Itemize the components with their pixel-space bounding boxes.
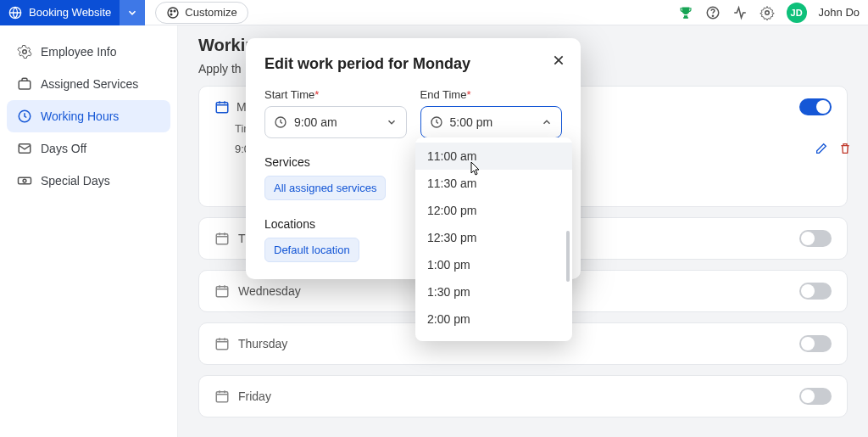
sidebar-item-special-days[interactable]: Special Days bbox=[7, 165, 170, 197]
time-option[interactable]: 12:30 pm bbox=[415, 224, 572, 251]
services-chip[interactable]: All assigned services bbox=[264, 176, 386, 200]
cash-icon bbox=[17, 173, 32, 188]
briefcase-icon bbox=[17, 76, 32, 92]
envelope-icon bbox=[17, 141, 32, 156]
time-option[interactable]: 1:00 pm bbox=[415, 251, 572, 278]
time-option[interactable]: 11:00 am bbox=[415, 143, 572, 170]
topbar: Booking Website Customize JD John Do bbox=[0, 0, 868, 25]
day-row-friday: Friday bbox=[198, 375, 848, 417]
customize-label: Customize bbox=[185, 6, 236, 19]
day-label: T bbox=[238, 232, 246, 245]
time-option[interactable]: 12:00 pm bbox=[415, 197, 572, 224]
delete-icon[interactable] bbox=[838, 142, 852, 155]
brand-button[interactable]: Booking Website bbox=[0, 0, 120, 25]
svg-rect-15 bbox=[216, 234, 228, 244]
calendar-icon bbox=[214, 283, 230, 299]
sidebar-item-label: Days Off bbox=[41, 142, 86, 155]
day-label: Friday bbox=[238, 389, 271, 403]
sidebar-item-days-off[interactable]: Days Off bbox=[7, 132, 170, 165]
sidebar-item-label: Special Days bbox=[41, 174, 110, 188]
start-time-select[interactable]: 9:00 am bbox=[264, 106, 407, 138]
time-option[interactable]: 11:30 am bbox=[415, 170, 572, 197]
gear-icon bbox=[17, 44, 32, 59]
trophy-icon[interactable] bbox=[678, 5, 693, 20]
day-label: M bbox=[236, 100, 247, 114]
edit-icon[interactable] bbox=[815, 142, 828, 155]
sidebar: Employee Info Assigned Services Working … bbox=[0, 25, 178, 437]
customize-button[interactable]: Customize bbox=[155, 2, 248, 24]
help-icon[interactable] bbox=[705, 5, 721, 20]
day-toggle[interactable] bbox=[799, 388, 832, 405]
chevron-down-icon bbox=[386, 116, 398, 128]
svg-rect-18 bbox=[216, 392, 228, 402]
palette-icon bbox=[166, 6, 180, 20]
calendar-icon bbox=[214, 231, 230, 246]
svg-point-2 bbox=[170, 10, 172, 12]
day-toggle[interactable] bbox=[799, 283, 832, 300]
end-time-select[interactable]: 5:00 pm bbox=[420, 106, 563, 138]
brand-label: Booking Website bbox=[29, 6, 111, 19]
sidebar-item-label: Assigned Services bbox=[41, 77, 138, 91]
globe-icon bbox=[8, 6, 22, 20]
time-option[interactable]: 2:00 pm bbox=[415, 305, 572, 333]
sidebar-item-assigned-services[interactable]: Assigned Services bbox=[7, 68, 170, 100]
svg-rect-9 bbox=[19, 81, 31, 89]
day-label: Wednesday bbox=[238, 284, 301, 298]
locations-chip[interactable]: Default location bbox=[264, 238, 359, 262]
calendar-icon bbox=[214, 389, 230, 404]
scrollbar[interactable] bbox=[566, 231, 570, 282]
topbar-actions: JD John Do bbox=[678, 3, 868, 23]
end-time-label: End Time* bbox=[420, 88, 563, 101]
clock-icon bbox=[274, 115, 287, 129]
modal-title: Edit work period for Monday bbox=[264, 55, 562, 73]
day-toggle[interactable] bbox=[799, 230, 832, 247]
svg-rect-17 bbox=[216, 339, 228, 350]
user-name[interactable]: John Do bbox=[819, 6, 860, 19]
end-time-dropdown: 11:00 am 11:30 am 12:00 pm 12:30 pm 1:00… bbox=[415, 137, 572, 341]
settings-icon[interactable] bbox=[760, 5, 775, 20]
start-time-label: Start Time* bbox=[264, 88, 407, 101]
chevron-up-icon bbox=[541, 116, 553, 128]
day-toggle[interactable] bbox=[799, 335, 832, 352]
svg-rect-14 bbox=[216, 103, 228, 113]
svg-point-6 bbox=[712, 15, 713, 16]
close-icon bbox=[552, 53, 565, 67]
sidebar-item-working-hours[interactable]: Working Hours bbox=[7, 100, 170, 132]
day-toggle[interactable] bbox=[799, 98, 832, 115]
clock-icon bbox=[430, 115, 443, 129]
time-option[interactable]: 2:30 pm bbox=[415, 333, 572, 341]
clock-icon bbox=[17, 109, 32, 124]
brand-dropdown-button[interactable] bbox=[120, 0, 145, 25]
calendar-icon bbox=[214, 336, 230, 351]
sidebar-item-label: Employee Info bbox=[41, 45, 117, 59]
end-time-value: 5:00 pm bbox=[450, 115, 493, 129]
svg-point-4 bbox=[170, 14, 172, 15]
avatar[interactable]: JD bbox=[787, 3, 807, 23]
sidebar-item-label: Working Hours bbox=[41, 109, 119, 123]
svg-point-1 bbox=[168, 8, 178, 18]
sidebar-item-employee-info[interactable]: Employee Info bbox=[7, 36, 170, 68]
svg-point-7 bbox=[765, 10, 769, 14]
chevron-down-icon bbox=[126, 7, 138, 19]
time-option[interactable]: 1:30 pm bbox=[415, 278, 572, 305]
svg-rect-16 bbox=[216, 287, 228, 297]
start-time-value: 9:00 am bbox=[294, 115, 337, 129]
svg-point-3 bbox=[174, 10, 175, 12]
activity-icon[interactable] bbox=[732, 5, 748, 20]
svg-point-13 bbox=[23, 179, 26, 182]
day-label: Thursday bbox=[238, 337, 287, 350]
close-button[interactable] bbox=[552, 53, 565, 67]
calendar-icon bbox=[214, 99, 230, 115]
svg-point-8 bbox=[23, 50, 27, 54]
